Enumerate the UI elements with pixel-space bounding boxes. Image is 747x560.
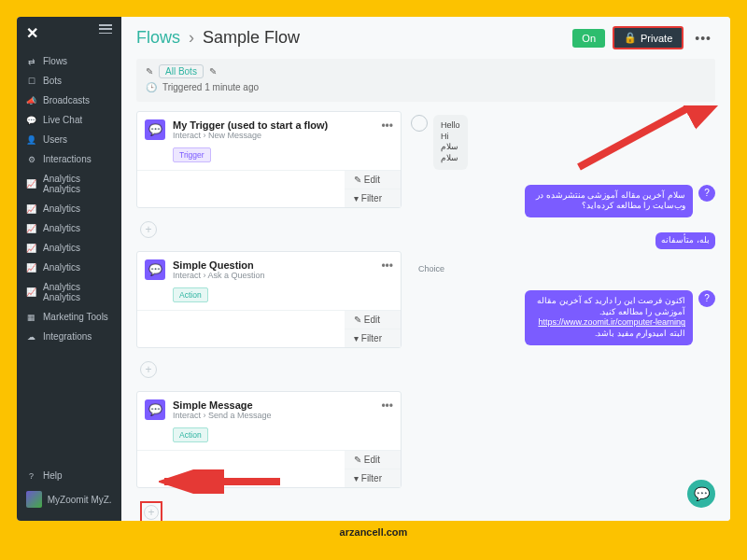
add-step-button[interactable]: + (140, 361, 157, 378)
message-link[interactable]: https://www.zoomit.ir/computer-learning (538, 317, 685, 327)
edit-button[interactable]: ✎ Edit (345, 311, 401, 329)
workspace-switcher[interactable]: MyZoomit MyZ... (17, 485, 121, 513)
filter-icon: ▾ (354, 473, 361, 483)
filter-icon: ▾ (354, 333, 361, 343)
interactions-icon: ⚙ (26, 154, 36, 164)
bot-message-bubble: سلام آخرین مقاله آموزشی منتشرشده در وب‌س… (525, 185, 693, 217)
breadcrumb-flows[interactable]: Flows (136, 28, 180, 47)
chat-icon: 💬 (145, 119, 165, 140)
analytics-icon: 📈 (26, 203, 36, 214)
edit-button[interactable]: ✎ Edit (345, 171, 401, 189)
sidebar-item-bots[interactable]: ☐Bots (17, 71, 121, 91)
page-header: Flows › Sample Flow On 🔒 Private ••• (121, 17, 730, 55)
more-menu-button[interactable]: ••• (691, 31, 715, 46)
analytics-icon: 📈 (26, 223, 36, 233)
svg-line-0 (579, 105, 730, 167)
collapse-sidebar-icon[interactable] (99, 24, 112, 34)
analytics-icon: 📈 (26, 287, 36, 298)
sidebar-item-analytics[interactable]: 📈Analytics (17, 199, 121, 218)
choice-node: Choice (411, 264, 715, 273)
node-subtitle: Interact › New Message (173, 131, 328, 140)
add-step-button[interactable]: + (140, 221, 157, 238)
filter-button[interactable]: ▾ Filter (345, 329, 401, 347)
sidebar-item-analytics[interactable]: 📈Analytics (17, 218, 121, 238)
main-content: Flows › Sample Flow On 🔒 Private ••• ✎ A… (121, 17, 730, 521)
help-icon: ? (26, 470, 36, 481)
pencil-icon: ✎ (354, 175, 364, 185)
users-icon: 👤 (26, 134, 36, 145)
bots-filter-chip[interactable]: All Bots (159, 64, 204, 78)
chat-fab-button[interactable]: 💬 (687, 480, 715, 508)
marketing-icon: ▦ (26, 312, 36, 322)
filter-button[interactable]: ▾ Filter (345, 469, 401, 487)
analytics-icon: 📈 (26, 262, 36, 273)
chat-icon: 💬 (145, 399, 165, 420)
breadcrumb: Flows › Sample Flow (136, 28, 300, 48)
user-message-bubble: Hello Hi سلام سلام (433, 115, 468, 170)
app-logo: ✕ (26, 24, 38, 42)
bots-icon: ☐ (26, 76, 36, 86)
flow-info-bar: ✎ All Bots ✎ 🕒 Triggered 1 minute ago (136, 59, 715, 102)
annotation-arrow (570, 105, 730, 176)
user-avatar (411, 115, 428, 132)
bot-message-bubble: اکنون فرصت این را دارید که آخرین مقاله آ… (525, 290, 693, 345)
sidebar-item-analytics[interactable]: 📈AnalyticsAnalytics (17, 277, 121, 307)
clock-icon: 🕒 (146, 82, 157, 92)
tag-action: Action (173, 287, 208, 302)
sidebar: ✕ ⇄Flows ☐Bots 📣Broadcasts 💬Live Chat 👤U… (17, 17, 121, 521)
toggle-on-button[interactable]: On (572, 29, 605, 48)
sidebar-item-interactions[interactable]: ⚙Interactions (17, 149, 121, 169)
sidebar-item-flows[interactable]: ⇄Flows (17, 51, 121, 71)
analytics-icon: 📈 (26, 243, 36, 253)
chat-icon: 💬 (694, 486, 710, 501)
footer-credit: arzancell.com (17, 521, 730, 538)
triggered-status: Triggered 1 minute ago (162, 82, 259, 92)
sidebar-item-analytics[interactable]: 📈AnalyticsAnalytics (17, 169, 121, 199)
chat-icon: 💬 (26, 115, 36, 125)
private-button[interactable]: 🔒 Private (613, 26, 684, 49)
chat-icon: 💬 (145, 259, 165, 280)
node-menu-button[interactable]: ••• (381, 119, 393, 140)
node-subtitle: Interact › Ask a Question (173, 271, 265, 280)
tag-action: Action (173, 427, 208, 442)
sidebar-item-broadcasts[interactable]: 📣Broadcasts (17, 91, 121, 110)
broadcast-icon: 📣 (26, 95, 36, 105)
analytics-icon: 📈 (26, 179, 36, 189)
breadcrumb-separator: › (189, 28, 194, 47)
sidebar-item-marketing[interactable]: ▦Marketing Tools (17, 307, 121, 327)
flow-node-question[interactable]: 💬 Simple Question Interact › Ask a Quest… (136, 251, 402, 348)
flow-node-trigger[interactable]: 💬 My Trigger (used to start a flow) Inte… (136, 111, 402, 208)
pencil-icon[interactable]: ✎ (209, 66, 217, 77)
sidebar-item-integrations[interactable]: ☁Integrations (17, 327, 121, 346)
node-menu-button[interactable]: ••• (381, 259, 393, 280)
filter-icon: ▾ (354, 193, 361, 203)
flows-icon: ⇄ (26, 56, 36, 66)
sidebar-item-help[interactable]: ?Help (17, 466, 121, 485)
workspace-avatar (26, 491, 42, 508)
bot-message-bubble: بله، متأسفانه (655, 232, 715, 249)
filter-button[interactable]: ▾ Filter (345, 189, 401, 207)
edit-button[interactable]: ✎ Edit (345, 451, 401, 469)
sidebar-item-analytics[interactable]: 📈Analytics (17, 258, 121, 277)
flow-nodes-column: 💬 My Trigger (used to start a flow) Inte… (121, 105, 402, 521)
node-subtitle: Interact › Send a Message (173, 411, 272, 420)
pencil-icon[interactable]: ✎ (146, 66, 153, 77)
lock-icon: 🔒 (624, 32, 637, 44)
pencil-icon: ✎ (354, 315, 364, 325)
annotation-arrow (159, 469, 289, 494)
bot-avatar: ? (698, 290, 715, 307)
sidebar-item-users[interactable]: 👤Users (17, 130, 121, 149)
add-step-button[interactable]: + (140, 501, 162, 521)
tag-trigger: Trigger (173, 147, 211, 162)
node-menu-button[interactable]: ••• (381, 399, 393, 420)
node-title: My Trigger (used to start a flow) (173, 119, 328, 131)
integrations-icon: ☁ (26, 331, 36, 342)
node-title: Simple Message (173, 399, 272, 411)
flow-title: Sample Flow (203, 28, 300, 47)
sidebar-item-analytics[interactable]: 📈Analytics (17, 238, 121, 258)
node-title: Simple Question (173, 259, 265, 271)
sidebar-item-live-chat[interactable]: 💬Live Chat (17, 110, 121, 130)
choice-label: Choice (418, 264, 444, 273)
pencil-icon: ✎ (354, 455, 364, 465)
bot-avatar: ? (698, 185, 715, 202)
